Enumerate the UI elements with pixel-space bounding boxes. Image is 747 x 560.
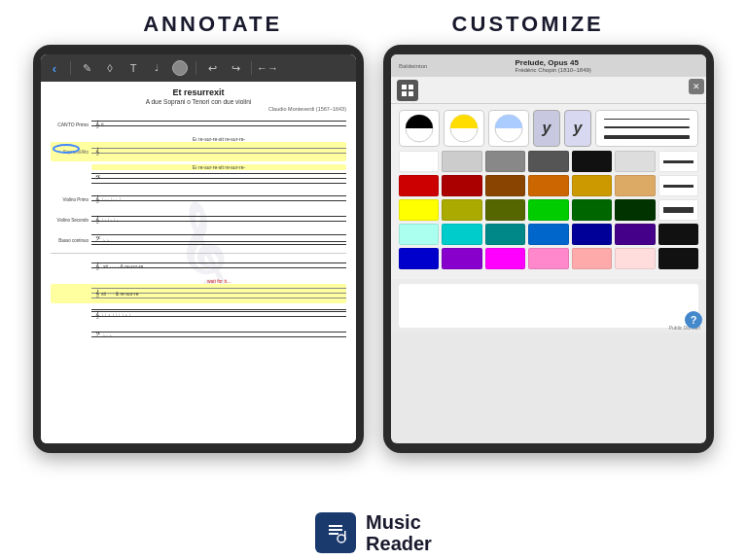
customize-screen: Baldwinton Prelude, Opus 45 Frédéric Cho…: [391, 54, 706, 443]
note: 𝄞: [95, 290, 99, 298]
line-thin[interactable]: [604, 119, 690, 120]
color-circle[interactable]: [172, 60, 188, 76]
logo-text: Music Reader: [366, 511, 432, 554]
swatch-gray[interactable]: [485, 151, 525, 172]
staff-label-violin2: Violino Secondo: [51, 218, 91, 223]
music-preview-top: ✕: [391, 77, 706, 104]
swatch-deepgreen[interactable]: [615, 199, 655, 221]
annotate-screen: ‹ ✎ ◊ T ♩ ↩ ↪ ←→ 𝄞 Et resurrexit A due S…: [41, 54, 356, 443]
text-icon[interactable]: T: [125, 60, 141, 76]
swatch-black[interactable]: [572, 151, 612, 172]
swatch-line-thin[interactable]: [658, 151, 698, 172]
swatch-line-xthick[interactable]: [658, 224, 698, 245]
swatch-palepink[interactable]: [615, 248, 655, 269]
note-icon[interactable]: ♩: [149, 60, 164, 76]
swatch-blackblock[interactable]: [658, 248, 698, 269]
tablets-row: ‹ ✎ ◊ T ♩ ↩ ↪ ←→ 𝄞 Et resurrexit A due S…: [0, 45, 747, 502]
swatch-brown[interactable]: [485, 175, 525, 196]
swatch-line-medium[interactable]: [658, 175, 698, 196]
staff-row-2-highlighted: Soprano/Alto 𝄞: [51, 142, 346, 161]
redo-icon[interactable]: ↪: [228, 60, 243, 76]
swatch-orange[interactable]: [528, 175, 568, 196]
swatch-yellow[interactable]: [399, 199, 439, 221]
staff-lines-v1: 𝄞 ♩ · · ♩ · · ♩: [91, 191, 346, 208]
customize-tablet: Baldwinton Prelude, Opus 45 Frédéric Cho…: [383, 45, 714, 453]
swatch-darkyellow[interactable]: [572, 175, 612, 196]
svg-rect-10: [329, 533, 338, 535]
swatch-blue2[interactable]: [399, 248, 439, 269]
staff-lines-b3: 𝄞 ♩ ♩ ♪ ♩ ♩ ♩ ♩ ♪ ♩: [91, 306, 346, 324]
staff-row-violin2: Violino Secondo 𝄞 ♩ · ♩ · ♩ ·: [51, 211, 346, 228]
highlighter-icon[interactable]: ◊: [102, 60, 118, 76]
staff-label-basso: Basso continuo: [51, 238, 91, 243]
pen-option-blue[interactable]: [488, 110, 529, 147]
swatch-line-thick[interactable]: [658, 199, 698, 221]
pencil-icon[interactable]: ✎: [79, 60, 94, 76]
customize-sheet-header: Baldwinton Prelude, Opus 45 Frédéric Cho…: [391, 54, 706, 77]
toolbar-separator2: [196, 61, 196, 75]
back-chevron-icon[interactable]: ‹: [47, 60, 62, 76]
bottom-logo: Music Reader: [315, 502, 432, 560]
swatch-purple[interactable]: [615, 224, 655, 245]
music-staff-mini: [426, 83, 696, 98]
swatch-olive[interactable]: [485, 199, 525, 221]
italic-y-button-2[interactable]: y: [564, 110, 591, 147]
swatch-lightgray[interactable]: [442, 151, 481, 172]
swatch-lightcyan[interactable]: [399, 224, 439, 245]
swatch-silver[interactable]: [615, 151, 655, 172]
palette-container: y y: [391, 104, 706, 279]
logo-name-line1: Music: [366, 511, 432, 533]
undo-icon[interactable]: ↩: [204, 60, 220, 76]
logo-name-line2: Reader: [366, 533, 432, 554]
italic-y-button-1[interactable]: y: [533, 110, 560, 147]
swatch-magenta[interactable]: [485, 248, 525, 269]
swatch-green[interactable]: [528, 199, 568, 221]
customize-composer: Frédéric Chopin (1810–1849): [515, 67, 590, 73]
staff-lines-3: 𝄢: [91, 170, 346, 188]
swatch-darkred[interactable]: [442, 175, 481, 196]
swatch-oliveyellow[interactable]: [442, 199, 481, 221]
music-preview-bottom: Public Domain ?: [391, 279, 706, 332]
notes-3: 𝄢: [91, 170, 346, 188]
annotate-toolbar: ‹ ✎ ◊ T ♩ ↩ ↪ ←→: [41, 54, 356, 82]
swatch-hotpink[interactable]: [528, 248, 568, 269]
staff-row-bottom3: 𝄞 ♩ ♩ ♪ ♩ ♩ ♩ ♩ ♪ ♩: [51, 306, 346, 324]
swatch-white[interactable]: [399, 151, 439, 172]
grid-view-button[interactable]: [397, 80, 418, 101]
note: 𝄴: [101, 122, 104, 128]
sheet-content: 𝄞 Et resurrexit A due Soprani o Tenori c…: [41, 82, 356, 443]
swatch-red[interactable]: [399, 175, 439, 196]
swatch-lightpink[interactable]: [572, 248, 612, 269]
bottom-staff-area: [399, 284, 698, 328]
line-thick[interactable]: [604, 135, 690, 139]
staff-row-bottom1: 𝄞 xit · · · · & re-sur-re: [51, 258, 346, 275]
line-medium[interactable]: [604, 126, 690, 128]
line-indicator-thick: [663, 207, 694, 213]
line-style-panel[interactable]: [595, 110, 698, 147]
swatch-violet[interactable]: [442, 248, 481, 269]
navigate-icon[interactable]: ←→: [260, 60, 275, 76]
note: 𝄞: [95, 216, 99, 224]
help-button[interactable]: ?: [685, 311, 702, 329]
staff-row-bottom4: 𝄢 𝅗𝅥 · · 𝅗𝅥 ·: [51, 327, 346, 344]
staff-lines-1: 𝄞 𝄴: [91, 116, 346, 133]
staff-row-bottom2-highlight: 𝄞 xit · · · & re-sur-re: [51, 284, 346, 303]
notes-v2: 𝄞 ♩ · ♩ · ♩ ·: [91, 211, 346, 228]
close-button[interactable]: ✕: [689, 79, 704, 94]
swatch-darkblue[interactable]: [572, 224, 612, 245]
pen-option-yellow[interactable]: [444, 110, 484, 147]
swatch-darkgray[interactable]: [528, 151, 568, 172]
svg-rect-1: [409, 85, 413, 89]
pen-option-bw[interactable]: [399, 110, 440, 147]
logo-icon: [315, 512, 356, 553]
annotate-tablet: ‹ ✎ ◊ T ♩ ↩ ↪ ←→ 𝄞 Et resurrexit A due S…: [33, 45, 364, 453]
swatch-cyan[interactable]: [442, 224, 481, 245]
swatch-teal[interactable]: [485, 224, 525, 245]
swatch-darkgreen[interactable]: [572, 199, 612, 221]
swatch-blue[interactable]: [528, 224, 568, 245]
swatch-tan[interactable]: [615, 175, 655, 196]
svg-rect-8: [329, 525, 342, 527]
line-indicator-thin: [663, 160, 694, 163]
staff-lines-b1: 𝄞 xit · · · · & re-sur-re: [91, 258, 346, 275]
color-grid: [399, 151, 698, 269]
